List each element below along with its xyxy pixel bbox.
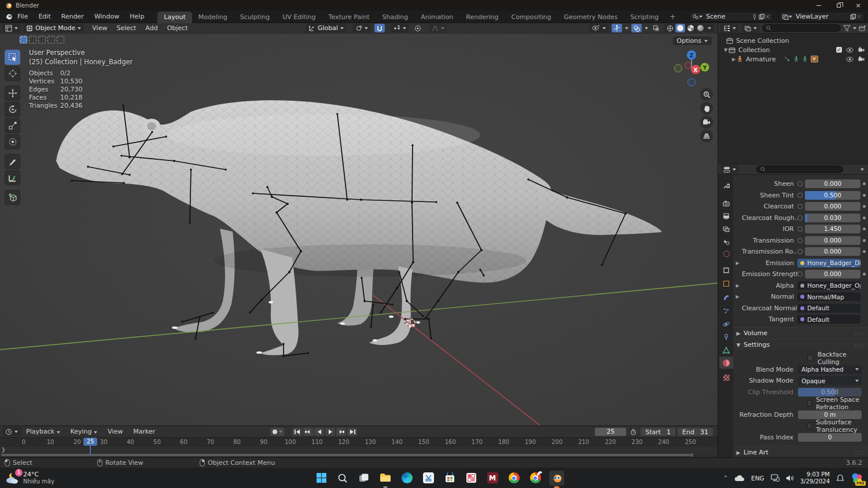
- backface-culling-checkbox[interactable]: [807, 355, 814, 361]
- workspace-tab-texture-paint[interactable]: Texture Paint: [322, 12, 376, 23]
- ortho-toggle-button[interactable]: [700, 130, 713, 142]
- properties-tab-modifiers-obj[interactable]: [719, 277, 733, 289]
- pivot-point-selector[interactable]: [352, 24, 371, 32]
- blend-mode-select[interactable]: Alpha Hashed: [798, 365, 862, 374]
- pin-icon[interactable]: [751, 13, 758, 20]
- properties-search-input[interactable]: [756, 166, 843, 173]
- next-keyframe-button[interactable]: [336, 428, 346, 436]
- menu-add[interactable]: Add: [141, 24, 162, 32]
- ms-store-button[interactable]: [442, 471, 457, 486]
- snap-target-selector[interactable]: [391, 24, 409, 32]
- prev-keyframe-button[interactable]: [303, 428, 313, 436]
- move-tool[interactable]: [5, 86, 20, 101]
- m-app-button[interactable]: M: [485, 471, 500, 486]
- value-slider[interactable]: 0.000: [805, 270, 860, 278]
- value-slider[interactable]: 0.500: [805, 191, 860, 200]
- add-primitive-tool[interactable]: [5, 190, 20, 205]
- collapse-icon[interactable]: ▼: [723, 47, 729, 53]
- node-link-field[interactable]: Honey_Badger_Diffuse: [797, 259, 860, 267]
- blender-taskbar-button[interactable]: [549, 471, 564, 486]
- shading-rendered-button[interactable]: [696, 24, 705, 32]
- workspace-tab-scripting[interactable]: Scripting: [624, 12, 665, 23]
- outliner-search-input[interactable]: [762, 24, 841, 32]
- close-button[interactable]: ×: [848, 0, 868, 10]
- animate-dot-icon[interactable]: [863, 250, 866, 253]
- subsurface-translucency-checkbox[interactable]: [807, 423, 812, 429]
- timeline-editor-type-button[interactable]: [2, 427, 21, 436]
- outliner-scene-mode[interactable]: [741, 24, 760, 32]
- properties-tab-data[interactable]: [719, 344, 733, 356]
- menu-marker[interactable]: Marker: [128, 428, 160, 435]
- exclude-checkbox[interactable]: ✓: [836, 47, 842, 53]
- chrome-button[interactable]: [506, 471, 521, 486]
- properties-editor-type[interactable]: [720, 165, 739, 174]
- rotate-tool[interactable]: [5, 102, 20, 117]
- shading-solid-button[interactable]: [675, 24, 685, 32]
- node-link-field[interactable]: Honey_Badger_Opacity: [797, 281, 860, 290]
- properties-tab-texture[interactable]: [719, 372, 733, 384]
- current-frame-field[interactable]: 25: [595, 428, 626, 436]
- value-slider[interactable]: 0.000: [805, 247, 860, 256]
- properties-tab-modifier[interactable]: [719, 291, 733, 303]
- properties-tab-constraints[interactable]: [719, 331, 733, 343]
- properties-tab-scene[interactable]: [719, 236, 733, 248]
- minimize-button[interactable]: [809, 0, 829, 10]
- use-preview-range-button[interactable]: [628, 428, 638, 436]
- 3d-viewport[interactable]: User Perspective (25) Collection | Honey…: [0, 34, 718, 425]
- shadow-mode-select[interactable]: Opaque: [798, 376, 862, 385]
- camera-view-button[interactable]: [700, 116, 713, 129]
- hide-eye-icon[interactable]: [846, 57, 854, 62]
- socket-icon[interactable]: [797, 238, 803, 243]
- animate-dot-icon[interactable]: [863, 228, 866, 230]
- menu-object[interactable]: Object: [163, 24, 193, 32]
- options-dropdown[interactable]: Options: [673, 36, 712, 45]
- workspace-tab-uv-editing[interactable]: UV Editing: [276, 12, 322, 23]
- menu-playback[interactable]: Playback: [21, 428, 65, 435]
- frame-end-field[interactable]: End31: [678, 428, 713, 436]
- animate-dot-icon[interactable]: [863, 205, 866, 208]
- unlink-icon[interactable]: ×: [765, 13, 770, 20]
- editor-type-button[interactable]: [2, 24, 21, 32]
- jump-to-end-button[interactable]: [347, 428, 357, 436]
- file-explorer-button[interactable]: [378, 471, 393, 486]
- socket-icon[interactable]: [797, 204, 803, 209]
- scale-tool[interactable]: [5, 118, 20, 133]
- menu-file[interactable]: File: [12, 10, 33, 23]
- filter-icon[interactable]: [843, 25, 851, 32]
- tray-chevron-icon[interactable]: ⌃: [723, 475, 728, 481]
- weather-widget[interactable]: 1 24°C Nhiều mây: [5, 471, 54, 485]
- node-link-field[interactable]: Default: [797, 304, 860, 313]
- value-slider[interactable]: 0.030: [805, 214, 860, 222]
- disable-render-camera-icon[interactable]: [858, 47, 865, 53]
- socket-icon[interactable]: [797, 226, 803, 232]
- shading-wireframe-button[interactable]: [665, 24, 674, 32]
- gizmo-axis-z-neg[interactable]: [688, 79, 696, 86]
- playhead[interactable]: 25: [83, 438, 97, 446]
- copilot-widget-button[interactable]: PRE: [851, 472, 865, 485]
- viewlayer-selector[interactable]: ViewLayer ×: [779, 12, 865, 21]
- workspace-tab-sculpting[interactable]: Sculpting: [234, 12, 276, 23]
- expand-icon[interactable]: ▶: [733, 283, 742, 288]
- gizmo-toggle[interactable]: [612, 24, 622, 32]
- annotate-tool[interactable]: [5, 154, 20, 169]
- channel-expander-icon[interactable]: ❯: [1, 447, 6, 453]
- scene-selector[interactable]: Scene ×: [689, 12, 773, 21]
- gizmo-axis-x-neg[interactable]: [685, 63, 692, 69]
- start-button[interactable]: [314, 471, 329, 486]
- workspace-tab-animation[interactable]: Animation: [414, 12, 459, 23]
- select-extend-icon[interactable]: [29, 36, 36, 43]
- auto-key-button[interactable]: [270, 428, 284, 436]
- blender-menu-icon[interactable]: [5, 13, 12, 20]
- select-box-tool[interactable]: [5, 50, 20, 65]
- animate-dot-icon[interactable]: [863, 217, 866, 219]
- timeline-ruler[interactable]: 0102030405060708090100110120130140150160…: [0, 438, 718, 447]
- shading-material-button[interactable]: [686, 24, 695, 32]
- network-icon[interactable]: [771, 474, 779, 482]
- animate-dot-icon[interactable]: [863, 239, 866, 242]
- menu-keying[interactable]: Keying: [65, 428, 102, 435]
- properties-tab-output[interactable]: [719, 210, 733, 222]
- value-slider[interactable]: 1.450: [805, 225, 860, 233]
- hide-eye-icon[interactable]: [846, 47, 854, 53]
- outliner-display-mode[interactable]: [720, 24, 739, 32]
- expand-icon[interactable]: ▶: [731, 57, 737, 62]
